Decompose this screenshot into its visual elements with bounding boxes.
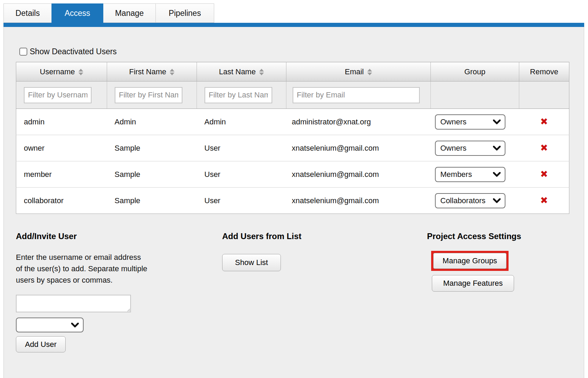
chevron-down-icon [493,146,501,151]
remove-user-button[interactable]: ✖ [540,195,548,206]
group-select[interactable]: Collaborators [435,193,505,208]
tab-manage[interactable]: Manage [103,3,156,23]
tab-pipelines[interactable]: Pipelines [155,3,214,23]
sort-icon [78,69,83,75]
group-select[interactable]: Members [435,167,505,182]
column-header-email[interactable]: Email [286,62,431,82]
group-select-value: Owners [440,144,467,153]
project-access-settings-section: Project Access Settings Manage Groups Ma… [427,231,572,292]
email-cell: administrator@xnat.org [286,109,431,135]
user-row-admin: admin Admin Admin administrator@xnat.org… [16,109,569,135]
show-deactivated-label: Show Deactivated Users [30,47,117,56]
username-cell: admin [16,109,107,135]
first-name-cell: Admin [107,109,197,135]
last-name-cell: User [197,135,286,161]
add-user-button[interactable]: Add User [16,336,66,352]
column-header-username[interactable]: Username [16,62,107,82]
add-users-from-list-section: Add Users from List Show List [222,231,360,271]
show-deactivated-row: Show Deactivated Users [19,47,117,56]
manage-features-button[interactable]: Manage Features [432,275,514,292]
add-users-from-list-title: Add Users from List [222,231,360,241]
column-label: Email [345,67,364,76]
project-access-settings-title: Project Access Settings [427,231,572,241]
filter-last-name-input[interactable] [205,87,272,103]
column-label: Last Name [219,67,256,76]
filter-first-name-input[interactable] [115,87,182,103]
column-header-group: Group [431,62,519,82]
column-header-last-name[interactable]: Last Name [197,62,286,82]
access-tab-panel: Show Deactivated Users Username First Na… [3,27,584,378]
filter-empty-cell [519,82,569,109]
last-name-cell: User [197,161,286,188]
sort-icon [259,69,264,75]
sort-icon [367,69,372,75]
group-select[interactable]: Owners [435,141,505,156]
add-user-textarea[interactable] [16,295,131,312]
email-cell: xnatselenium@gmail.com [286,188,431,214]
filter-username-input[interactable] [24,87,92,103]
remove-user-button[interactable]: ✖ [540,143,548,153]
group-select-value: Owners [440,117,467,126]
project-settings-page: Details Access Manage Pipelines Show Dea… [0,0,588,378]
username-cell: member [16,161,107,188]
show-list-button[interactable]: Show List [222,254,281,271]
add-invite-user-title: Add/Invite User [16,231,154,241]
active-tab-underline [3,23,584,27]
add-user-group-select[interactable] [16,318,84,332]
column-label: Username [40,67,75,76]
table-filter-row [16,82,569,109]
email-cell: xnatselenium@gmail.com [286,161,431,188]
show-deactivated-checkbox[interactable] [19,48,27,56]
chevron-down-icon [493,198,501,203]
chevron-down-icon [493,120,501,124]
first-name-cell: Sample [107,135,197,161]
first-name-cell: Sample [107,188,197,214]
group-select-value: Members [440,170,472,179]
last-name-cell: User [197,188,286,214]
tab-details[interactable]: Details [3,3,52,23]
annotation-highlight-box: Manage Groups [431,251,509,271]
group-select-value: Collaborators [440,196,486,205]
column-header-remove: Remove [519,62,569,82]
user-row-collaborator: collaborator Sample User xnatselenium@gm… [16,188,569,214]
last-name-cell: Admin [197,109,286,135]
user-row-owner: owner Sample User xnatselenium@gmail.com… [16,135,569,161]
sort-icon [170,69,174,75]
column-label: Group [464,67,485,76]
user-row-member: member Sample User xnatselenium@gmail.co… [16,161,569,188]
add-invite-user-description: Enter the username or email address of t… [16,252,149,286]
username-cell: collaborator [16,188,107,214]
email-cell: xnatselenium@gmail.com [286,135,431,161]
first-name-cell: Sample [107,161,197,188]
column-label: First Name [129,67,167,76]
tab-bar: Details Access Manage Pipelines [3,3,214,23]
chevron-down-icon [493,172,501,177]
column-label: Remove [530,67,558,76]
table-header-row: Username First Name Last Name Email Grou… [16,62,569,82]
users-table: Username First Name Last Name Email Grou… [16,62,569,214]
column-header-first-name[interactable]: First Name [107,62,197,82]
chevron-down-icon [71,323,79,328]
filter-empty-cell [431,82,519,109]
manage-groups-button[interactable]: Manage Groups [433,253,506,269]
remove-user-button[interactable]: ✖ [540,169,548,179]
add-invite-user-section: Add/Invite User Enter the username or em… [16,231,154,352]
tab-access[interactable]: Access [51,3,103,23]
filter-email-input[interactable] [293,87,420,103]
group-select[interactable]: Owners [435,114,505,130]
remove-user-button[interactable]: ✖ [540,116,548,127]
username-cell: owner [16,135,107,161]
